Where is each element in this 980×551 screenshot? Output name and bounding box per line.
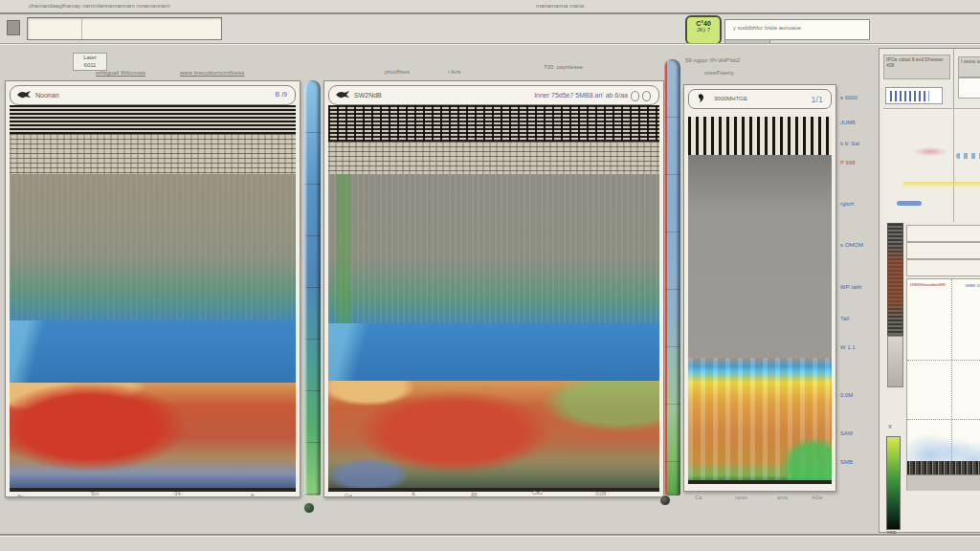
sidebar-list-row-2[interactable] xyxy=(906,242,980,259)
panel1-subtitle-1: wihiiguali Wilcomes xyxy=(96,70,145,76)
menu-bar: chamandaagthamay nammlannamannam mnamann… xyxy=(0,0,980,12)
toolbar: C°40 JK) 7 y suddbhfor bitde aonuaoe xyxy=(0,14,980,43)
p1-tick-3: e xyxy=(251,492,254,497)
sidebar-list-row-3[interactable] xyxy=(906,259,980,276)
panel2-subtitle-2: / Ans xyxy=(448,69,460,75)
panel2-bottom-line xyxy=(328,488,659,492)
mini-chart-trace-pink xyxy=(914,147,947,156)
strip1-marker-icon[interactable] xyxy=(303,502,315,514)
panel1-echogram[interactable] xyxy=(10,105,296,492)
app-icon[interactable] xyxy=(7,20,20,35)
echogram-panel-3[interactable]: 3000MHTGE 1/1 xyxy=(683,84,836,492)
panel1-water-column xyxy=(10,320,296,383)
sidebar-col1-header[interactable]: IPOa ndtad 8 avd Dhwwan 408 xyxy=(883,55,950,79)
sidebar-detail-plot: DRESSGnssatthesWW 38888 2008 S 2.08 xyxy=(906,278,980,491)
panel2-water-column xyxy=(328,323,659,381)
status-badge-line1: C°40 xyxy=(687,20,720,27)
panel3-page-indicator: 1/1 xyxy=(811,95,823,104)
detail-plot-hgrid-1 xyxy=(907,360,980,362)
echogram-panel-2[interactable]: SW2NdB Inner 75d5e7 5MB8.an' ab 6/aa xyxy=(323,80,664,497)
p3-tick-0: Ca xyxy=(695,495,702,500)
workspace-tag-line1: Later xyxy=(74,54,106,61)
mini-chart-trace-blue-1 xyxy=(956,153,980,159)
sidebar-scrollbar-handle[interactable] xyxy=(887,336,903,387)
depth-label-10: SAM xyxy=(840,430,853,436)
panel3-echogram[interactable] xyxy=(688,111,832,484)
panel1-fish-icon xyxy=(16,89,32,100)
depth-label-5: s OMOM xyxy=(840,242,863,248)
depth-label-4: rglich xyxy=(840,201,854,207)
p1-tick-0: a~ xyxy=(17,493,24,498)
panel2-header-info: Inner 75d5e7 5MB8.an' ab 6/aa xyxy=(534,91,651,101)
color-strip-2[interactable] xyxy=(664,59,680,496)
sidebar-panel: IPOa ndtad 8 avd Dhwwan 408 I sssss sele… xyxy=(879,48,980,533)
panel3-note-icon xyxy=(695,93,710,104)
echogram-panel-1[interactable]: Noonan B /9 xyxy=(5,80,301,497)
panel2-ring-icon-1 xyxy=(631,91,639,101)
panel2-echogram[interactable] xyxy=(328,105,659,492)
depth-label-9: 0.0M xyxy=(840,392,853,398)
panel1-header-badge: B /9 xyxy=(276,91,287,98)
panel2-surface-noise xyxy=(328,105,659,142)
p2-tick-4: G08 xyxy=(595,491,606,496)
panel2-fish-icon xyxy=(335,89,350,100)
p2-tick-0: Ga xyxy=(345,493,352,498)
panel3-bottom-line xyxy=(688,480,832,484)
color-scale-legend[interactable] xyxy=(886,436,901,530)
color-strip-1[interactable] xyxy=(304,80,321,496)
depth-label-8: W 1.1 xyxy=(840,344,856,350)
p2-tick-2: 88 xyxy=(471,492,478,497)
menu-text-left[interactable]: chamandaagthamay nammlannamannam mnamann… xyxy=(29,3,169,10)
depth-label-3: P 998 xyxy=(840,160,856,165)
panel3-header[interactable]: 3000MHTGE 1/1 xyxy=(688,89,832,109)
p2-tick-3: Ca2 xyxy=(532,490,543,496)
detail-plot-note-blue: 38888 2008 S 2.08 xyxy=(965,283,980,288)
panel3-subtitle-1: 59 ngppr /Pr'dHP'bb2 xyxy=(685,57,740,63)
mini-chart-trace-blue-2 xyxy=(897,201,922,206)
depth-label-6: WP /aith xyxy=(840,284,862,290)
depth-label-11: SMB xyxy=(840,459,853,465)
panel1-subtitle-2: www itrecuittorricintfivess xyxy=(180,70,244,76)
panel3-ping-bars xyxy=(688,117,832,155)
sidebar-scrollbar[interactable] xyxy=(887,223,903,336)
p3-tick-3: ADe xyxy=(812,495,823,500)
sidebar-selected-item[interactable] xyxy=(885,87,943,104)
window-bottom-strip xyxy=(0,537,980,551)
panel3-seafloor-echo xyxy=(688,358,832,480)
strip2-marker-icon[interactable] xyxy=(659,495,671,506)
detail-plot-barcode-strip xyxy=(907,461,980,474)
sidebar-list-row-1[interactable] xyxy=(906,225,980,242)
sidebar-value-box[interactable] xyxy=(958,77,980,99)
p3-tick-2: ams xyxy=(777,495,788,500)
panel2-header[interactable]: SW2NdB Inner 75d5e7 5MB8.an' ab 6/aa xyxy=(328,85,659,105)
panel2-noise-texture xyxy=(328,142,659,174)
detail-plot-scatter xyxy=(907,421,980,461)
search-input[interactable]: y suddbhfor bitde aonuaoe xyxy=(724,19,870,40)
panel2-seafloor-echo xyxy=(328,381,659,488)
menu-text-right[interactable]: manamanna mana xyxy=(536,3,584,10)
panel2-subtitle-1: prooffises xyxy=(385,69,410,75)
panel3-subtitle-2: cresiFiserty xyxy=(704,70,734,76)
status-badge[interactable]: C°40 JK) 7 xyxy=(685,15,722,45)
panel3-header-label: 3000MHTGE xyxy=(714,96,747,101)
sidebar-col2-header[interactable]: I sssss selectw xyxy=(958,56,980,77)
workspace: Later 6011 wihiiguali Wilcomes www itrec… xyxy=(0,45,980,534)
mini-chart-gridline xyxy=(953,109,954,222)
panel2-header-label: SW2NdB xyxy=(354,92,382,99)
depth-label-0: s 0000 xyxy=(840,95,858,100)
depth-label-2: b b' Sal xyxy=(840,141,859,146)
detail-plot-note-red: DRESSGnssatthesWW xyxy=(910,282,945,287)
panel1-seafloor-echo xyxy=(10,383,296,488)
detail-plot-footer xyxy=(907,474,980,491)
address-field[interactable] xyxy=(27,17,222,40)
panel3-midwater-layer xyxy=(688,155,832,358)
panel2-midwater-layer xyxy=(328,174,659,323)
sidebar-mini-chart xyxy=(883,108,980,222)
workspace-tag[interactable]: Later 6011 xyxy=(73,53,107,71)
p1-tick-2: -34- xyxy=(172,491,183,496)
panel1-header[interactable]: Noonan B /9 xyxy=(10,85,296,105)
colorbar-top-label: X xyxy=(888,424,892,430)
p1-tick-1: 5m xyxy=(91,491,99,496)
p3-tick-1: ness xyxy=(735,495,747,500)
search-input-text: y suddbhfor bitde aonuaoe xyxy=(733,25,801,32)
